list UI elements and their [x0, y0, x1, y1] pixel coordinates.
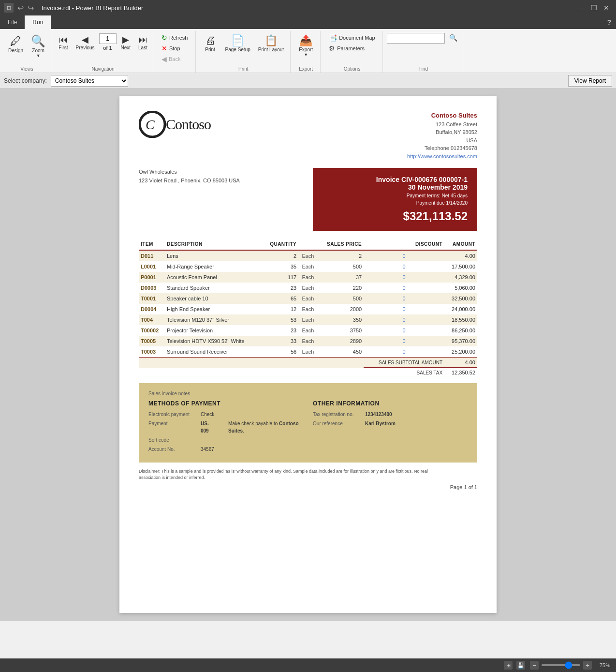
notes-payment-col: METHODS OF PAYMENT Electronic payment Ch…: [148, 400, 303, 455]
minimize-button[interactable]: ─: [575, 2, 587, 14]
help-icon[interactable]: ?: [602, 15, 616, 29]
cell-discount: 0: [364, 346, 444, 358]
export-button[interactable]: 📤 Export ▼: [295, 33, 317, 60]
app-icon: ⊞: [4, 3, 14, 13]
find-items: 🔍: [387, 31, 460, 52]
previous-button[interactable]: ◀ Previous: [73, 33, 98, 53]
zoom-slider[interactable]: [542, 664, 580, 666]
page-setup-button[interactable]: 📄 Page Setup: [222, 33, 254, 55]
cell-description: Surround Sound Receiver: [165, 346, 262, 358]
document-map-button[interactable]: 📑 Document Map: [324, 33, 380, 43]
methods-title: METHODS OF PAYMENT: [148, 400, 303, 407]
restore-button[interactable]: ❐: [588, 2, 600, 14]
close-button[interactable]: ✕: [601, 2, 612, 14]
views-group-label: Views: [2, 66, 52, 72]
table-row: T0005 Television HDTV X590 52'' White 33…: [139, 336, 477, 346]
tab-run[interactable]: Run: [25, 15, 51, 29]
first-button[interactable]: ⏮ First: [55, 33, 71, 53]
cell-unit: Each: [298, 283, 317, 293]
find-button[interactable]: 🔍: [447, 33, 460, 44]
our-ref-label: Our reference: [313, 420, 361, 427]
cell-unit: Each: [298, 250, 317, 261]
cell-item: T0005: [139, 336, 165, 346]
cell-amount: 17,500.00: [444, 261, 477, 272]
stop-button[interactable]: ✕ Stop: [157, 44, 185, 53]
invoice-payment-terms: Payment terms: Net 45 days: [323, 193, 468, 198]
cell-description: Lens: [165, 250, 262, 261]
zoom-label: Zoom: [32, 48, 44, 53]
back-button[interactable]: ◀ Back: [157, 54, 185, 64]
cell-qty: 65: [262, 293, 298, 304]
invoice-box-date: 30 November 2019: [323, 183, 468, 191]
invoice-box: Invoice CIV-000676 000007-1 30 November …: [313, 168, 477, 231]
cell-item: D011: [139, 250, 165, 261]
refresh-button[interactable]: ↻ Refresh: [157, 33, 192, 43]
cell-description: Mid-Range Speaker: [165, 261, 262, 272]
cell-unit: Each: [298, 336, 317, 346]
table-row: P0001 Acoustic Foam Panel 117 Each 37 0 …: [139, 272, 477, 283]
cell-discount: 0: [364, 272, 444, 283]
cell-unit: Each: [298, 325, 317, 336]
cell-qty: 35: [262, 261, 298, 272]
title-controls: ─ ❐ ✕: [575, 2, 612, 14]
app-icon-undo[interactable]: ↩: [17, 3, 24, 13]
cell-qty: 23: [262, 283, 298, 293]
cell-discount: 0: [364, 293, 444, 304]
page-input[interactable]: [99, 33, 117, 44]
last-icon: ⏭: [139, 35, 147, 44]
col-sales-price: SALES PRICE: [318, 239, 364, 250]
cell-qty: 33: [262, 336, 298, 346]
cell-amount: 32,500.00: [444, 293, 477, 304]
cell-discount: 0: [364, 325, 444, 336]
print-items: 🖨 Print 📄 Page Setup 📋 Print Layout: [200, 31, 288, 63]
last-label: Last: [138, 45, 147, 50]
invoice-box-title: Invoice CIV-000676 000007-1: [323, 176, 468, 183]
cell-item: L0001: [139, 261, 165, 272]
table-row: D0004 High End Speaker 12 Each 2000 0 24…: [139, 304, 477, 314]
find-input[interactable]: [387, 33, 445, 44]
cell-unit: Each: [298, 293, 317, 304]
view-report-button[interactable]: View Report: [568, 75, 612, 87]
zoom-button[interactable]: 🔍 Zoom ▼: [28, 33, 49, 60]
notes-columns: METHODS OF PAYMENT Electronic payment Ch…: [148, 400, 468, 455]
ribbon-group-print: 🖨 Print 📄 Page Setup 📋 Print Layout Prin…: [197, 31, 291, 73]
design-button[interactable]: 🖊 Design: [5, 33, 27, 56]
company-address2: Buffalo,NY 98052: [407, 128, 477, 136]
cell-discount: 0: [364, 283, 444, 293]
stop-label: Stop: [169, 45, 180, 51]
cell-unit: Each: [298, 304, 317, 314]
tax-reg-label: Tax registration no.: [313, 411, 361, 418]
ribbon-group-options: 📑 Document Map ⚙ Parameters Options: [322, 31, 383, 73]
title-bar-left: ⊞ ↩ ↪ Invoice.rdl - Power BI Report Buil…: [4, 3, 143, 13]
notes-other-col: OTHER INFORMATION Tax registration no. 1…: [313, 400, 468, 455]
page-number-area: of 1: [99, 33, 117, 53]
payment-row: Payment US-009 Make check payable to Con…: [148, 420, 303, 434]
tax-amount: 12,350.52: [444, 368, 477, 378]
notes-section: Sales invoice notes METHODS OF PAYMENT E…: [139, 383, 477, 463]
next-button[interactable]: ▶ Next: [117, 33, 134, 53]
status-icon-2: 💾: [516, 661, 525, 670]
zoom-out-button[interactable]: −: [530, 661, 539, 670]
payment-label: Payment: [148, 420, 197, 434]
cell-amount: 5,060.00: [444, 283, 477, 293]
company-select[interactable]: Contoso Suites Fabrikam Northwind: [51, 75, 128, 87]
cell-unit: Each: [298, 346, 317, 358]
parameters-button[interactable]: ⚙ Parameters: [324, 44, 369, 53]
logo-text: Contoso: [166, 116, 211, 133]
payment-value: US-009: [201, 420, 215, 434]
sort-label: Sort code: [148, 436, 197, 444]
cell-unit: Each: [298, 272, 317, 283]
cell-discount: 0: [364, 304, 444, 314]
print-layout-icon: 📋: [264, 35, 278, 46]
document-map-label: Document Map: [339, 35, 375, 41]
cell-description: Television M120 37'' Silver: [165, 314, 262, 325]
last-button[interactable]: ⏭ Last: [135, 33, 151, 53]
app-icon-redo[interactable]: ↪: [28, 3, 34, 13]
zoom-in-button[interactable]: +: [583, 661, 592, 670]
cell-sales-price: 2000: [318, 304, 364, 314]
print-button[interactable]: 🖨 Print: [200, 33, 221, 55]
print-label: Print: [205, 47, 215, 52]
tab-file[interactable]: File: [0, 15, 25, 29]
electronic-label: Electronic payment: [148, 411, 197, 418]
print-layout-button[interactable]: 📋 Print Layout: [255, 33, 287, 55]
